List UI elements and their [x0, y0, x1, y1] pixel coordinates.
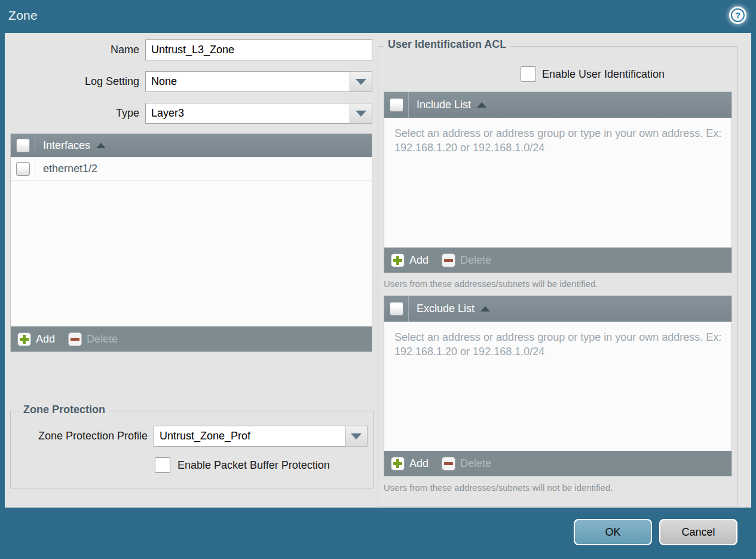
include-delete-button[interactable]: Delete	[442, 253, 491, 267]
user-identification-acl-legend: User Identification ACL	[384, 38, 510, 51]
zone-protection-profile-label: Zone Protection Profile	[5, 430, 148, 442]
exclude-list-placeholder: Select an address or address group or ty…	[394, 330, 729, 359]
exclude-list-footer: Add Delete	[384, 451, 731, 476]
exclude-add-button[interactable]: Add	[391, 457, 428, 471]
interfaces-select-all-checkbox[interactable]	[16, 139, 30, 152]
log-setting-input[interactable]	[145, 71, 350, 92]
enable-user-identification-checkbox[interactable]	[521, 66, 536, 82]
log-setting-dropdown-button[interactable]	[350, 71, 372, 92]
interfaces-delete-button[interactable]: Delete	[68, 332, 118, 346]
include-list-table: Include List Select an address or addres…	[384, 91, 732, 273]
add-button-label: Add	[36, 333, 55, 346]
add-button-label: Add	[409, 457, 428, 470]
add-button-label: Add	[409, 254, 428, 267]
chevron-down-icon	[356, 79, 366, 85]
minus-icon	[68, 332, 82, 346]
ok-button[interactable]: OK	[574, 519, 652, 545]
include-select-all-checkbox[interactable]	[390, 98, 403, 112]
zone-protection-profile-dropdown-button[interactable]	[345, 426, 368, 447]
question-mark-glyph: ?	[731, 8, 745, 22]
include-list-body[interactable]: Select an address or address group or ty…	[384, 118, 731, 248]
type-input[interactable]	[145, 103, 350, 124]
include-add-button[interactable]: Add	[391, 253, 428, 267]
chevron-down-icon	[351, 433, 362, 439]
zone-protection-profile-input[interactable]	[154, 426, 345, 447]
help-icon[interactable]: ?	[729, 7, 746, 24]
minus-icon	[442, 457, 455, 471]
dialog-body: Name Log Setting Type Interfaces	[5, 33, 751, 508]
cancel-button-label: Cancel	[681, 526, 715, 539]
exclude-select-all-cell	[384, 296, 409, 322]
interfaces-select-all-cell	[11, 134, 35, 157]
include-list-note: Users from these addresses/subnets will …	[384, 279, 598, 289]
name-label: Name	[5, 44, 139, 56]
plus-icon	[391, 253, 405, 267]
delete-button-label: Delete	[87, 333, 118, 346]
sort-ascending-icon[interactable]	[477, 102, 486, 108]
interfaces-table-footer: Add Delete	[11, 326, 372, 352]
exclude-select-all-checkbox[interactable]	[390, 302, 403, 316]
ok-button-label: OK	[605, 526, 620, 539]
interfaces-column-header[interactable]: Interfaces	[43, 139, 90, 152]
log-setting-label: Log Setting	[5, 75, 139, 88]
cancel-button[interactable]: Cancel	[659, 519, 737, 545]
plus-icon	[391, 457, 405, 471]
enable-user-identification-label: Enable User Identification	[542, 68, 665, 81]
chevron-down-icon	[356, 111, 366, 117]
dialog-titlebar: Zone ?	[0, 0, 756, 33]
exclude-list-column-header[interactable]: Exclude List	[417, 303, 475, 315]
exclude-list-header: Exclude List	[384, 296, 731, 322]
include-list-column-header[interactable]: Include List	[417, 99, 471, 111]
interfaces-table: Interfaces ethernet1/2 Add Delete	[10, 133, 372, 352]
dialog-title: Zone	[8, 8, 38, 23]
exclude-list-table: Exclude List Select an address or addres…	[384, 295, 732, 476]
delete-button-label: Delete	[460, 457, 491, 470]
zone-protection-legend: Zone Protection	[19, 404, 109, 416]
interfaces-add-button[interactable]: Add	[17, 332, 55, 346]
sort-ascending-icon[interactable]	[480, 306, 490, 311]
interface-row[interactable]: ethernet1/2	[11, 157, 372, 181]
interface-name: ethernet1/2	[43, 163, 97, 175]
exclude-list-body[interactable]: Select an address or address group or ty…	[384, 322, 731, 451]
delete-button-label: Delete	[460, 254, 491, 267]
enable-packet-buffer-protection-label: Enable Packet Buffer Protection	[177, 459, 330, 472]
minus-icon	[442, 253, 455, 267]
sort-ascending-icon[interactable]	[96, 143, 106, 148]
exclude-delete-button[interactable]: Delete	[442, 457, 491, 471]
enable-packet-buffer-protection-checkbox[interactable]	[155, 457, 170, 473]
type-label: Type	[5, 107, 139, 120]
include-list-footer: Add Delete	[384, 248, 731, 273]
include-list-header: Include List	[384, 92, 731, 118]
exclude-list-note: Users from these addresses/subnets will …	[384, 482, 613, 493]
name-input[interactable]	[145, 39, 372, 60]
interfaces-table-header: Interfaces	[11, 134, 372, 157]
interface-row-checkbox[interactable]	[16, 162, 30, 176]
plus-icon	[17, 332, 31, 346]
type-dropdown-button[interactable]	[350, 103, 372, 124]
include-list-placeholder: Select an address or address group or ty…	[394, 126, 729, 155]
include-select-all-cell	[384, 92, 409, 118]
zone-protection-fieldset	[10, 411, 374, 488]
